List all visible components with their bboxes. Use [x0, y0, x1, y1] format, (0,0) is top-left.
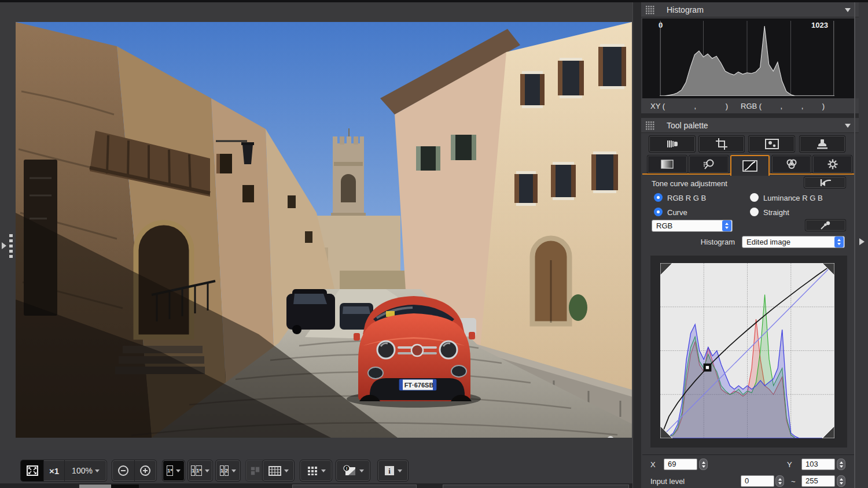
right-panel-expand-arrow[interactable]	[859, 238, 868, 245]
tab-detail-adjustment[interactable]	[689, 155, 729, 173]
rgb-readout: RGB ( , , )	[741, 102, 825, 110]
compare-right-label: 1*	[196, 465, 202, 476]
histogram-plot: 0 1023	[642, 19, 855, 98]
collapse-icon[interactable]	[845, 8, 851, 15]
reset-icon	[818, 178, 833, 187]
x-stepper[interactable]	[699, 459, 708, 470]
input-level-max[interactable]: 255	[801, 475, 835, 487]
dust-frame-icon	[765, 139, 779, 149]
stamp-icon	[816, 139, 829, 150]
histogram-select-label: Histogram	[676, 238, 735, 246]
gear-icon	[826, 158, 839, 170]
thumbnail-grid-button[interactable]	[300, 460, 332, 482]
curve-handle[interactable]	[704, 364, 712, 372]
tone-curve-icon	[742, 160, 757, 172]
mini-meter	[79, 485, 139, 488]
x-label: X	[650, 460, 656, 469]
radio-rgb[interactable]	[654, 193, 663, 202]
section-separator	[641, 113, 859, 118]
multi-pane-icon	[251, 465, 260, 476]
split-view-button[interactable]: 1 2	[215, 460, 241, 482]
right-panel: Histogram 0 1023 XY ( , ) RGB ( ,	[641, 0, 868, 488]
stamp-tool-button[interactable]	[799, 135, 845, 153]
collapse-icon[interactable]	[845, 124, 851, 131]
bottom-edge-strip	[0, 483, 632, 488]
histogram-source-value: Edited image	[742, 238, 834, 246]
expand-right-icon	[2, 242, 10, 249]
crop-icon	[715, 138, 728, 150]
dust-delete-tool-button[interactable]	[748, 135, 795, 153]
panel-divider[interactable]	[632, 0, 641, 488]
fit-to-window-button[interactable]	[21, 460, 44, 481]
row-separator	[642, 454, 854, 455]
gradient-icon	[660, 159, 674, 169]
cutoff-panel-stub	[443, 485, 629, 488]
svg-text:i: i	[388, 467, 391, 475]
compare-view-button[interactable]: 1 1*	[187, 460, 213, 482]
channel-select[interactable]: RGB	[652, 220, 733, 232]
radio-rgb-label: RGB R G B	[667, 194, 706, 202]
minus-circle-icon	[117, 465, 129, 476]
tone-curve-editor[interactable]	[660, 263, 834, 438]
grid-icon	[269, 466, 281, 476]
tab-tone-curve[interactable]	[730, 155, 770, 176]
zoom-level-dropdown[interactable]: 100%	[65, 460, 106, 481]
histogram-panel-title: Histogram	[667, 5, 704, 14]
radio-curve-label: Curve	[667, 208, 687, 217]
radio-luminance[interactable]	[750, 193, 759, 202]
image-viewer-area: FT·676SB ! HDR	[0, 0, 632, 488]
info-button[interactable]: i	[377, 460, 409, 482]
eyedropper-icon	[820, 221, 832, 230]
chevron-down-icon	[231, 469, 236, 475]
highlight-warning-button[interactable]: !	[336, 460, 370, 482]
radio-curve[interactable]	[654, 208, 663, 216]
split-right-label: 2	[225, 465, 229, 476]
split-left-label: 1	[220, 465, 224, 476]
input-min-stepper[interactable]	[775, 475, 784, 487]
histogram-source-select[interactable]: Edited image	[742, 236, 845, 248]
photo-canvas[interactable]: FT·676SB ! HDR	[16, 22, 632, 438]
input-level-min[interactable]: 0	[741, 475, 774, 487]
eyedropper-button[interactable]	[805, 219, 846, 231]
chevron-down-icon	[359, 469, 364, 475]
drag-grip-icon[interactable]	[645, 5, 654, 14]
channel-select-value: RGB	[652, 221, 722, 230]
tab-basic-adjustment[interactable]	[647, 155, 687, 173]
crop-tool-button[interactable]	[698, 135, 745, 153]
y-stepper[interactable]	[837, 459, 845, 470]
y-label: Y	[787, 460, 792, 469]
viewer-toolbar: ×1 100%	[0, 450, 632, 483]
x-input[interactable]: 69	[664, 459, 697, 470]
drag-grip-icon[interactable]	[645, 121, 654, 130]
pixel-readout-row: XY ( , ) RGB ( , , )	[641, 98, 859, 113]
plus-circle-icon	[139, 465, 151, 476]
single-view-button[interactable]: 1*	[162, 460, 185, 482]
histogram-panel-header[interactable]: Histogram	[641, 2, 859, 17]
tool-palette-title: Tool palette	[667, 121, 708, 130]
xy-readout: XY ( , )	[650, 102, 728, 110]
left-panel-toggle[interactable]	[1, 234, 14, 262]
tab-color-adjustment[interactable]	[771, 155, 811, 173]
tool-palette-header[interactable]: Tool palette	[641, 118, 859, 133]
distant-tower	[331, 128, 366, 221]
tilde-label: ~	[791, 477, 796, 486]
tab-settings[interactable]	[812, 155, 852, 173]
zoom-1x-button[interactable]: ×1	[44, 460, 65, 481]
application-window: FT·676SB ! HDR	[0, 0, 868, 488]
zoom-in-button[interactable]	[135, 460, 157, 481]
input-max-stepper[interactable]	[837, 475, 845, 487]
y-input[interactable]: 103	[801, 459, 835, 470]
chevron-down-icon	[176, 469, 181, 475]
grid-overlay-button[interactable]	[262, 460, 295, 482]
zoom-in-out-group	[112, 460, 157, 482]
zoom-1x-label: ×1	[49, 466, 59, 476]
lens-correction-tool-button[interactable]	[649, 135, 696, 153]
reset-curve-button[interactable]	[804, 176, 846, 188]
tone-curve-graph[interactable]	[660, 263, 834, 438]
radio-straight[interactable]	[750, 208, 759, 216]
radio-straight-label: Straight	[763, 208, 789, 217]
license-plate: FT·676SB	[404, 382, 434, 389]
photo-viewport[interactable]: FT·676SB ! HDR	[16, 22, 632, 438]
zoom-out-button[interactable]	[112, 460, 135, 481]
input-level-label: Input level	[650, 477, 685, 486]
